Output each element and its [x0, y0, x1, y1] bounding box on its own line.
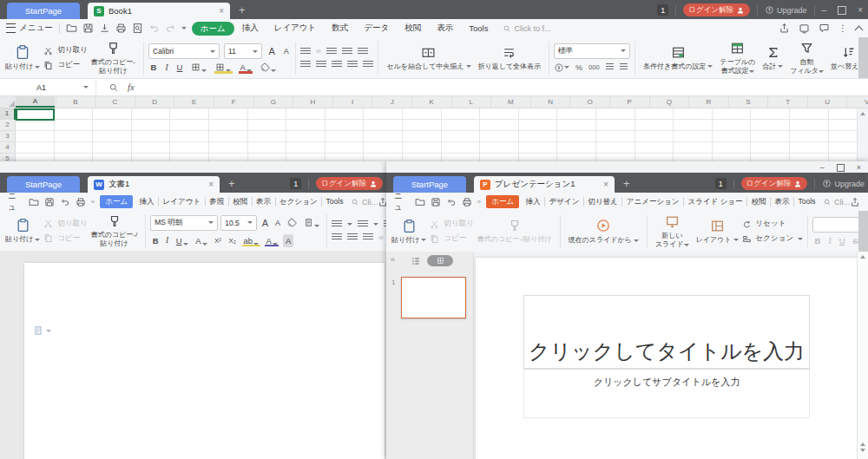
open-button[interactable] — [66, 23, 77, 34]
new-tab-button[interactable]: + — [228, 177, 235, 190]
command-search[interactable]: Cli... — [351, 198, 378, 207]
logout-button[interactable]: ログイン解除 — [741, 177, 808, 190]
ribbon-tab[interactable]: データ — [356, 23, 397, 34]
ribbon-tab[interactable]: ホーム — [192, 22, 234, 36]
page-settings-widget[interactable] — [33, 325, 51, 336]
copy-button[interactable]: コピー — [43, 233, 87, 244]
align-right-icon[interactable] — [332, 61, 342, 69]
paste-button[interactable]: 貼り付け — [2, 44, 43, 70]
print-preview-button[interactable] — [132, 23, 143, 34]
select-all-corner[interactable] — [0, 96, 16, 108]
print-button[interactable] — [462, 197, 472, 207]
menu-button[interactable]: メニュー — [19, 23, 53, 34]
paste-button[interactable]: 貼り付け — [2, 218, 43, 243]
sheet-vertical-scrollbar[interactable] — [857, 108, 868, 166]
align-left-icon[interactable] — [332, 233, 342, 241]
cut-button[interactable]: 切り取り — [43, 45, 87, 56]
format-painter-button[interactable]: 書式のコピー-貼り付け — [88, 41, 139, 75]
open-button[interactable] — [415, 197, 425, 207]
insert-function-icon[interactable] — [108, 82, 119, 93]
tab-book1[interactable]: S Book1 × — [88, 3, 230, 19]
share-icon[interactable] — [850, 197, 860, 207]
cell-name-box[interactable]: A1 — [0, 79, 96, 95]
ribbon-tab[interactable]: 校閲 — [397, 23, 429, 34]
print-button[interactable] — [76, 197, 86, 207]
logout-button[interactable]: ログイン解除 — [683, 3, 750, 16]
align-bottom-icon[interactable] — [326, 48, 337, 56]
upgrade-button[interactable]: Upgrade — [822, 179, 865, 188]
save-button[interactable] — [44, 197, 55, 207]
notification-badge[interactable]: 1 — [715, 178, 727, 189]
paste-button[interactable]: 貼り付け — [388, 219, 430, 244]
thumbnail-view-toggle[interactable] — [427, 255, 453, 266]
italic-button[interactable]: I — [163, 63, 170, 72]
close-window-button[interactable]: × — [857, 163, 861, 172]
column-header[interactable]: M — [491, 96, 531, 108]
bold-button[interactable]: B — [812, 236, 823, 246]
ribbon-tab[interactable]: ホーム — [100, 195, 133, 208]
align-middle-icon[interactable] — [316, 49, 321, 53]
column-header[interactable]: R — [689, 96, 729, 108]
new-tab-button[interactable]: + — [623, 177, 630, 190]
undo-button[interactable] — [60, 197, 70, 207]
close-tab-icon[interactable]: × — [219, 6, 224, 16]
export-button[interactable] — [99, 23, 110, 34]
close-tab-icon[interactable]: × — [603, 180, 608, 189]
justify-icon[interactable] — [378, 236, 384, 239]
shrink-font-button[interactable]: A — [281, 47, 291, 56]
minimize-button[interactable]: – — [822, 5, 827, 15]
column-header[interactable]: J — [372, 96, 412, 108]
open-button[interactable] — [29, 197, 39, 207]
selected-column-header[interactable]: A — [16, 96, 55, 108]
more-quick-icons[interactable]: » — [91, 198, 95, 206]
close-tab-icon[interactable]: × — [208, 180, 214, 189]
print-button[interactable] — [115, 23, 127, 34]
more-options-icon[interactable]: ⋮ — [838, 23, 847, 33]
collapse-ribbon-icon[interactable] — [855, 25, 864, 34]
font-name-select[interactable]: Calibri — [148, 43, 220, 59]
document-canvas[interactable] — [0, 251, 386, 459]
bold-button[interactable]: B — [150, 236, 161, 246]
reset-slide-button[interactable]: リセット — [742, 219, 804, 229]
copy-button[interactable]: コピー — [430, 233, 473, 244]
command-search[interactable]: Cli... — [823, 198, 850, 207]
row-header[interactable]: 2 — [0, 120, 16, 131]
ribbon-tab[interactable]: Tools — [461, 23, 496, 33]
bold-button[interactable]: B — [148, 62, 159, 72]
ribbon-tab[interactable]: レイアウト — [159, 197, 206, 207]
column-header[interactable]: T — [768, 96, 808, 108]
grow-font-button[interactable]: A — [266, 46, 277, 56]
ribbon-tab[interactable]: 表示 — [429, 23, 461, 34]
justify-icon[interactable] — [347, 61, 358, 69]
column-header[interactable]: N — [531, 96, 571, 108]
superscript-button[interactable]: X² — [213, 237, 224, 245]
window-switch-icon[interactable] — [799, 23, 810, 34]
autosum-button[interactable]: 合計 — [759, 45, 786, 70]
more-quick-icons[interactable]: » — [477, 198, 481, 206]
ribbon-tab[interactable]: 数式 — [324, 23, 356, 34]
section-button[interactable]: セクション — [742, 233, 804, 244]
numbering-icon[interactable] — [358, 220, 368, 228]
row-header[interactable]: 4 — [0, 142, 16, 154]
bullets-icon[interactable] — [332, 220, 342, 228]
increase-indent-icon[interactable] — [358, 48, 368, 56]
tab-startpage[interactable]: StartPage — [7, 176, 80, 193]
ribbon-tab[interactable]: 参照 — [206, 197, 229, 207]
wrap-text-button[interactable]: 折り返して全体表示 — [475, 45, 545, 70]
ribbon-tab[interactable]: デザイン — [545, 197, 584, 207]
slide-thumbnail[interactable] — [401, 277, 466, 318]
decrease-indent-icon[interactable] — [342, 48, 352, 56]
notification-badge[interactable]: 1 — [657, 4, 668, 16]
slide-vertical-scrollbar[interactable] — [857, 252, 868, 459]
new-slide-button[interactable]: 新しいスライド — [652, 214, 693, 248]
undo-button[interactable] — [148, 23, 160, 34]
column-header[interactable]: P — [610, 96, 650, 108]
italic-button[interactable]: I — [826, 237, 833, 246]
column-header[interactable]: C — [95, 96, 135, 108]
align-top-icon[interactable] — [300, 48, 311, 56]
previous-slide-icon[interactable] — [860, 443, 865, 446]
column-header[interactable]: K — [412, 96, 452, 108]
column-header[interactable]: O — [570, 96, 610, 108]
title-placeholder[interactable]: クリックしてタイトルを入力 — [523, 295, 810, 369]
align-center-icon[interactable] — [347, 233, 358, 241]
